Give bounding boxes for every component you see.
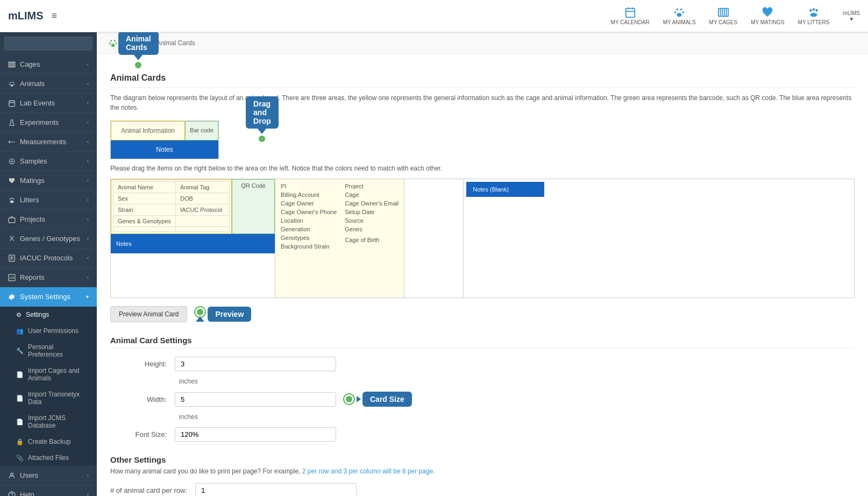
preview-dot-arrow — [195, 307, 205, 322]
sub-item-import-jcms[interactable]: 📄 Import JCMS Database — [0, 410, 97, 434]
preview-arrow — [196, 316, 204, 322]
settings-sub-icon: ⚙ — [16, 311, 22, 318]
animal-cards-bubble-dot — [133, 60, 143, 70]
svg-point-34 — [11, 197, 12, 199]
sidebar-item-help[interactable]: Help ‹ — [0, 485, 97, 496]
content-area: Animal Cards The diagram below represent… — [97, 62, 868, 496]
dnd-middle-row: Cage Owner — [278, 199, 339, 208]
sub-item-create-backup[interactable]: 🔒 Create Backup — [0, 434, 97, 450]
font-size-label: Font Size: — [110, 430, 175, 438]
sidebar-item-matings[interactable]: Matings ‹ — [0, 171, 97, 190]
height-input[interactable] — [175, 357, 336, 371]
sidebar-item-projects[interactable]: Projects ‹ — [0, 210, 97, 229]
sidebar-genes-label: Genes / Genotypes — [20, 235, 80, 243]
nav-my-calendar[interactable]: MY CALENDAR — [611, 6, 650, 25]
dnd-middle-content: PI Billing Account Cage Owner Cage Owner… — [278, 182, 401, 251]
projects-chevron: ‹ — [87, 216, 89, 222]
sidebar-samples-label: Samples — [20, 157, 47, 165]
nav-my-matings[interactable]: MY MATINGS — [751, 6, 784, 25]
animals-breadcrumb-icon — [108, 38, 118, 48]
import-cages-label: Import Cages and Animals — [28, 367, 89, 382]
notes-box: Notes — [111, 140, 218, 159]
dnd-notes-area: Notes — [111, 234, 275, 253]
svg-rect-28 — [9, 101, 15, 107]
hamburger-menu[interactable]: ≡ — [52, 10, 58, 22]
drag-drop-bubble-dot — [257, 134, 267, 144]
users-chevron: ‹ — [87, 472, 89, 478]
genes-chevron: ‹ — [87, 236, 89, 242]
font-size-row: Font Size: — [110, 427, 855, 442]
nav-litters-label: MY LITTERS — [798, 19, 830, 25]
card-size-arrow — [357, 396, 361, 402]
per-row-input[interactable] — [195, 483, 357, 496]
table-row: Strain IACUC Protocol — [113, 204, 230, 216]
breadcrumb: Animals › Animal Cards — [97, 32, 868, 54]
sub-item-import-cages[interactable]: 📄 Import Cages and Animals — [0, 363, 97, 386]
nav-my-animals[interactable]: MY ANIMALS — [663, 6, 696, 25]
user-menu[interactable]: mLIMS ▼ — [843, 10, 860, 22]
card-settings-title: Animal Card Settings — [110, 336, 855, 349]
user-chevron: ▼ — [849, 16, 854, 22]
font-size-input[interactable] — [175, 427, 336, 442]
dnd-middle-row: Source — [342, 216, 401, 225]
per-row-label: # of animal card per row: — [110, 486, 195, 494]
import-transnetyx-label: Import Transnetyx Data — [28, 391, 89, 406]
animal-name-cell: Animal Name — [113, 182, 176, 193]
sidebar-item-experiments[interactable]: Experiments ‹ — [0, 113, 97, 132]
import-transnetyx-icon: 📄 — [16, 395, 24, 402]
nav-my-litters[interactable]: MY LITTERS — [798, 6, 830, 25]
svg-point-26 — [13, 83, 15, 84]
sidebar-animals-label: Animals — [20, 80, 45, 88]
animals-chevron: ‹ — [87, 81, 89, 87]
animal-cards-bubble-arrow — [134, 55, 143, 60]
sidebar-item-iacuc[interactable]: IACUC Protocols ‹ — [0, 249, 97, 268]
iacuc-cell: IACUC Protocol — [176, 204, 230, 216]
sidebar-search-container — [0, 32, 97, 55]
system-settings-submenu: ⚙ Settings 👥 User Permissions 🔧 Personal… — [0, 307, 97, 466]
drag-drop-instruction: Please drag the items on the right below… — [110, 165, 855, 172]
nav-my-cages[interactable]: MY CAGES — [709, 6, 738, 25]
other-settings: Other Settings How many animal card you … — [110, 455, 855, 496]
card-top-row: Animal Information Bar code — [111, 121, 218, 140]
sidebar-item-cages[interactable]: Cages ‹ — [0, 55, 97, 74]
dnd-middle-col: PI Billing Account Cage Owner Cage Owner… — [275, 179, 404, 297]
sidebar-search-input[interactable] — [4, 37, 93, 51]
sidebar-item-animals[interactable]: Animals ‹ — [0, 74, 97, 94]
drag-drop-bubble-arrow — [258, 129, 266, 134]
sidebar-item-users[interactable]: Users ‹ — [0, 466, 97, 485]
sub-item-import-transnetyx[interactable]: 📄 Import Transnetyx Data — [0, 386, 97, 410]
sub-item-personal-prefs[interactable]: 🔧 Personal Preferences — [0, 339, 97, 363]
svg-point-5 — [680, 9, 682, 11]
dnd-middle-row: Setup Date — [342, 208, 401, 216]
width-row: Width: Card Size — [110, 392, 855, 407]
sidebar-item-system-settings[interactable]: System Settings ▾ — [0, 287, 97, 307]
svg-point-8 — [677, 13, 682, 17]
width-label: Width: — [110, 395, 175, 403]
litters-chevron: ‹ — [87, 197, 89, 203]
sidebar-item-litters[interactable]: Litters ‹ — [0, 190, 97, 210]
sidebar: Cages ‹ Animals ‹ Lab Events ‹ Experimen… — [0, 32, 97, 496]
sub-item-attached-files[interactable]: 📎 Attached Files — [0, 450, 97, 466]
preview-animal-card-button[interactable]: Preview Animal Card — [110, 306, 187, 322]
sub-item-user-permissions[interactable]: 👥 User Permissions — [0, 323, 97, 339]
svg-point-50 — [114, 40, 116, 41]
sidebar-item-lab-events[interactable]: Lab Events ‹ — [0, 94, 97, 113]
sidebar-item-samples[interactable]: Samples ‹ — [0, 152, 97, 171]
svg-point-52 — [115, 42, 117, 44]
brand-logo: mLIMS — [8, 10, 44, 22]
iacuc-chevron: ‹ — [87, 255, 89, 261]
dnd-middle-row: Generation — [278, 225, 339, 233]
personal-prefs-label: Personal Preferences — [28, 343, 89, 358]
sidebar-item-reports[interactable]: Reports ‹ — [0, 268, 97, 287]
animal-cards-bubble: Animal Cards — [118, 31, 159, 55]
system-settings-chevron: ▾ — [86, 294, 89, 300]
width-input[interactable] — [175, 392, 336, 407]
table-row: Animal Name Animal Tag — [113, 182, 230, 193]
sidebar-item-genes[interactable]: Genes / Genotypes ‹ — [0, 229, 97, 249]
sub-item-settings[interactable]: ⚙ Settings — [0, 307, 97, 323]
sidebar-item-measurements[interactable]: Measurements ‹ — [0, 132, 97, 152]
height-unit: inches — [179, 378, 198, 385]
dnd-middle-row: Cage Owner's Phone — [278, 208, 339, 216]
settings-sub-label: Settings — [26, 311, 49, 318]
sidebar-lab-events-label: Lab Events — [20, 99, 55, 107]
